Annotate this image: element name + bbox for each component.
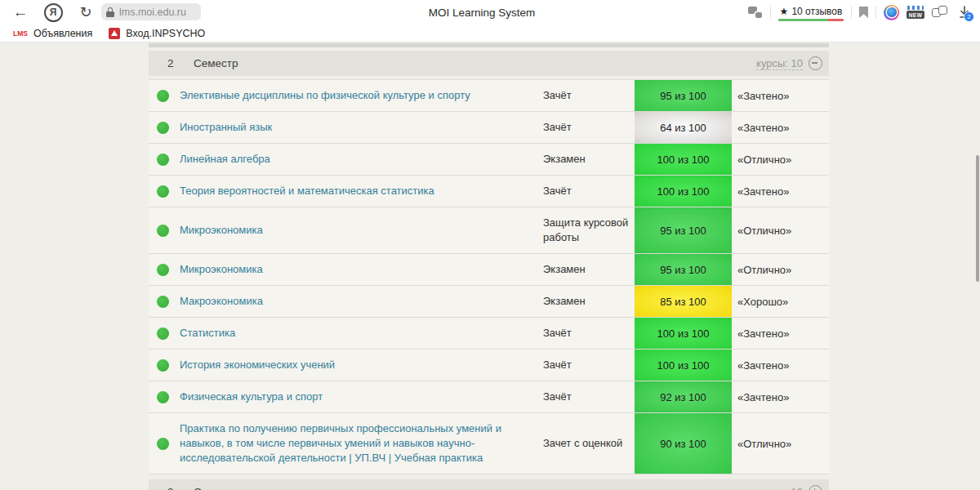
score-badge: 100 из 100 [635, 144, 732, 175]
course-link[interactable]: Теория вероятностей и математическая ста… [180, 176, 543, 207]
collections-icon[interactable] [932, 6, 948, 19]
course-status-dot-icon [157, 391, 169, 403]
course-link[interactable]: Микроэкономика [180, 254, 543, 285]
table-row: История экономических учений Зачёт 100 и… [149, 350, 829, 381]
new-extension-icon[interactable]: NEW [906, 6, 924, 19]
table-row: Микроэкономика Защита курсовой работы 95… [149, 207, 829, 254]
previous-section-edge [149, 43, 829, 47]
bookmark-inpsycho-login[interactable]: Вход.INPSYCHO [105, 26, 208, 41]
reload-button[interactable]: ↻ [72, 2, 100, 23]
assessment-type: Зачёт [543, 381, 635, 412]
courses-count-link[interactable]: курсы: 10 [756, 486, 803, 490]
course-link[interactable]: Микроэкономика [180, 215, 543, 246]
course-link[interactable]: Иностранный язык [180, 112, 543, 143]
course-status-dot-icon [157, 327, 169, 340]
grade-label: «Отлично» [732, 225, 829, 237]
bookmark-announcements[interactable]: LMS Объявления [10, 26, 96, 41]
score-badge: 64 из 100 [635, 112, 732, 143]
course-status-dot-icon [157, 359, 169, 372]
assessment-type: Экзамен [543, 286, 635, 317]
course-link[interactable]: История экономических учений [180, 350, 543, 381]
yandex-logo-icon: Я [44, 3, 63, 22]
feedback-bubbles-icon[interactable] [748, 7, 763, 18]
course-link[interactable]: Физическая культура и спорт [180, 381, 543, 412]
separator [770, 6, 771, 19]
score-badge: 85 из 100 [635, 286, 732, 317]
semester-3-header[interactable]: 3 Семестр курсы: 10 [149, 479, 829, 490]
assessment-type: Экзамен [543, 254, 635, 285]
downloads-button[interactable]: 2 [956, 4, 972, 20]
star-icon: ★ [780, 6, 789, 17]
new-icon-crown [907, 6, 924, 10]
yandex-home-button[interactable]: Я [39, 2, 67, 23]
inpsycho-favicon [109, 28, 120, 39]
course-link[interactable]: Статистика [180, 318, 543, 349]
course-status-dot-icon [157, 225, 169, 237]
nav-buttons: ← Я ↻ [0, 0, 100, 24]
grades-table-body: Элективные дисциплины по физической куль… [149, 79, 829, 474]
collapse-icon[interactable] [808, 56, 822, 70]
semester-title: Семестр [194, 57, 238, 69]
table-row: Физическая культура и спорт Зачёт 92 из … [149, 381, 829, 413]
lms-page: 2 Семестр курсы: 10 Элективные дисциплин… [0, 42, 980, 490]
address-bar[interactable]: lms.moi.edu.ru [101, 3, 201, 20]
extension-circle-icon[interactable] [884, 5, 899, 20]
grade-label: «Зачтено» [732, 359, 829, 372]
rating-bar [778, 19, 844, 21]
table-row: Линейная алгебра Экзамен 100 из 100 «Отл… [149, 144, 829, 176]
bookmark-flag-icon[interactable] [859, 7, 868, 18]
course-status-dot-icon [157, 264, 169, 276]
dot-cell [149, 154, 180, 166]
vertical-scrollbar-thumb[interactable] [976, 155, 979, 282]
separator [875, 6, 876, 19]
course-status-dot-icon [157, 154, 169, 166]
grade-label: «Зачтено» [732, 185, 829, 198]
expand-icon[interactable] [808, 485, 822, 490]
grade-label: «Зачтено» [732, 90, 829, 102]
table-row: Практика по получению первичных професси… [149, 413, 829, 474]
dot-cell [149, 296, 180, 308]
dot-cell [149, 438, 180, 450]
grade-label: «Отлично» [732, 438, 829, 450]
assessment-type: Защита курсовой работы [543, 207, 635, 253]
table-row: Статистика Зачёт 100 из 100 «Зачтено» [149, 318, 829, 350]
semester-number: 3 [167, 486, 194, 490]
grade-label: «Зачтено» [732, 122, 829, 134]
back-button[interactable]: ← [7, 2, 34, 23]
grade-label: «Зачтено» [732, 391, 829, 403]
dot-cell [149, 359, 180, 372]
assessment-type: Экзамен [543, 144, 635, 175]
site-rating-button[interactable]: ★ 10 отзывов [778, 3, 844, 21]
dot-cell [149, 391, 180, 403]
semester-title: Семестр [194, 486, 238, 490]
table-row: Иностранный язык Зачёт 64 из 100 «Зачтен… [149, 112, 829, 144]
new-badge-label: NEW [906, 11, 924, 19]
table-row: Элективные дисциплины по физической куль… [149, 79, 829, 112]
dot-cell [149, 90, 180, 102]
course-link[interactable]: Линейная алгебра [180, 144, 543, 175]
assessment-type: Зачёт [543, 350, 635, 381]
courses-count-link[interactable]: курсы: 10 [756, 57, 803, 70]
reviews-count-label: 10 отзывов [791, 6, 842, 17]
score-badge: 100 из 100 [635, 318, 732, 349]
course-status-dot-icon [157, 122, 169, 134]
course-link[interactable]: Практика по получению первичных професси… [180, 413, 543, 474]
course-link[interactable]: Макроэкономика [180, 286, 543, 317]
rating-bar-positive [778, 19, 828, 21]
grade-label: «Отлично» [732, 264, 829, 276]
semester-2-header[interactable]: 2 Семестр курсы: 10 [149, 51, 829, 76]
rating-bar-negative [828, 19, 844, 21]
course-link[interactable]: Элективные дисциплины по физической куль… [180, 80, 543, 111]
table-row: Теория вероятностей и математическая ста… [149, 176, 829, 207]
table-row: Макроэкономика Экзамен 85 из 100 «Хорошо… [149, 286, 829, 318]
table-row: Микроэкономика Экзамен 95 из 100 «Отличн… [149, 254, 829, 286]
toolbar-right-icons: ★ 10 отзывов NEW [748, 0, 980, 24]
grade-label: «Зачтено» [732, 327, 829, 340]
score-badge: 95 из 100 [635, 207, 732, 253]
download-count-badge: 2 [964, 11, 974, 22]
score-badge: 95 из 100 [635, 80, 732, 111]
course-status-dot-icon [157, 438, 169, 450]
grade-label: «Отлично» [732, 154, 829, 166]
dot-cell [149, 264, 180, 276]
page-title: MOI Learning System [368, 0, 596, 24]
